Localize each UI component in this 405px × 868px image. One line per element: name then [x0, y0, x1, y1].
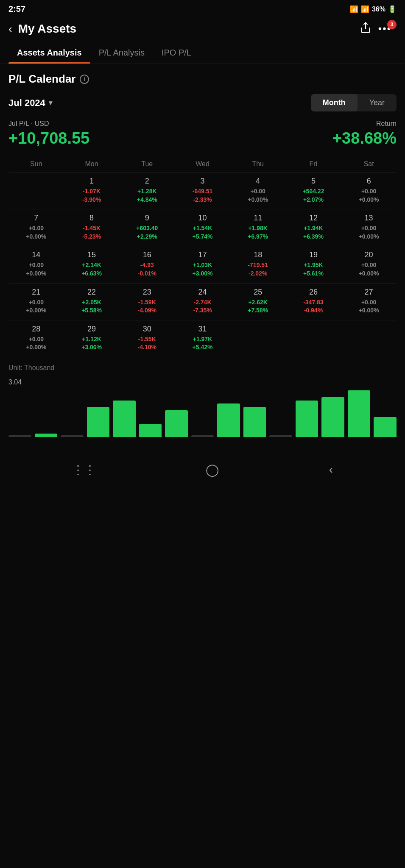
cal-date-number: ·: [35, 177, 37, 186]
cal-date-number: 1: [89, 177, 94, 186]
battery-level: 36%: [372, 6, 385, 13]
cal-date-number: 18: [254, 250, 262, 259]
cal-date-number: 21: [32, 288, 40, 297]
cal-pl-value: +1.95K+5.61%: [303, 261, 324, 278]
month-toggle[interactable]: Month: [311, 94, 358, 111]
cal-cell[interactable]: 12+1.94K+6.39%: [286, 209, 341, 246]
cal-cell[interactable]: 22+2.05K+5.58%: [64, 284, 120, 320]
bar-item: [35, 434, 58, 437]
cal-date-number: 19: [309, 250, 318, 259]
calendar-controls: Jul 2024 ▾ Month Year: [8, 94, 397, 111]
cal-cell[interactable]: 11+1.98K+6.97%: [230, 209, 286, 246]
cal-cell[interactable]: 24-2.74K-7.35%: [175, 284, 230, 320]
cal-cell[interactable]: 26-347.83-0.94%: [286, 284, 341, 320]
header-right: ••• 3: [360, 22, 397, 36]
cal-cell[interactable]: 31+1.97K+5.42%: [175, 320, 230, 357]
cal-cell[interactable]: 27+0.00+0.00%: [341, 284, 397, 320]
cal-date-number: 24: [198, 288, 207, 297]
cal-cell[interactable]: 25+2.62K+7.58%: [230, 284, 286, 320]
cal-cell[interactable]: 8-1.45K-5.23%: [64, 209, 120, 246]
cal-cell[interactable]: 15+2.14K+6.63%: [64, 246, 120, 283]
cal-pl-value: +2.62K+7.58%: [248, 298, 268, 315]
info-icon[interactable]: i: [80, 75, 89, 84]
nav-home-icon[interactable]: ◯: [206, 463, 219, 477]
bar-item: [87, 407, 110, 437]
cal-date-number: 26: [309, 288, 318, 297]
back-button[interactable]: ‹: [8, 22, 12, 36]
cal-cell[interactable]: 21+0.00+0.00%: [8, 284, 64, 320]
share-button[interactable]: [360, 22, 371, 36]
cal-date-number: 5: [311, 177, 316, 186]
cal-cell[interactable]: 16-4.93-0.01%: [119, 246, 175, 283]
header-sat: Sat: [341, 160, 397, 168]
tab-pl-analysis[interactable]: P/L Analysis: [90, 43, 153, 64]
cal-cell[interactable]: 28+0.00+0.00%: [8, 320, 64, 357]
cal-date-number: 20: [365, 250, 373, 259]
return-label: Return: [332, 120, 397, 128]
cal-cell[interactable]: 23-1.59K-4.09%: [119, 284, 175, 320]
cal-date-number: 27: [365, 288, 373, 297]
cal-cell[interactable]: 1-1.07K-3.90%: [64, 172, 120, 209]
bar-item: [139, 424, 162, 437]
cal-pl-value: +1.03K+3.00%: [193, 261, 213, 278]
header-wed: Wed: [175, 160, 230, 168]
cal-cell: ·: [8, 172, 64, 209]
bottom-nav: ⋮⋮ ◯ ‹: [0, 454, 405, 485]
cal-date-number: ·: [312, 325, 314, 334]
tab-ipo-pl[interactable]: IPO P/L: [153, 43, 200, 64]
cal-cell[interactable]: 3-649.51-2.33%: [175, 172, 230, 209]
cal-cell[interactable]: 6+0.00+0.00%: [341, 172, 397, 209]
cal-pl-value: +1.97K+5.42%: [193, 335, 213, 352]
cal-pl-value: +0.00+0.00%: [359, 261, 379, 278]
header-left: ‹ My Assets: [8, 22, 76, 36]
status-icons: 📶 📶 36% 🔋: [350, 5, 397, 13]
bar-item: [348, 390, 371, 437]
bar-chart: [8, 390, 397, 441]
cal-cell[interactable]: 14+0.00+0.00%: [8, 246, 64, 283]
header-tue: Tue: [119, 160, 175, 168]
cal-cell[interactable]: 5+564.22+2.07%: [286, 172, 341, 209]
nav-back-icon[interactable]: ‹: [329, 463, 333, 476]
tab-assets-analysis[interactable]: Assets Analysis: [8, 43, 90, 64]
cal-cell[interactable]: 17+1.03K+3.00%: [175, 246, 230, 283]
cal-cell[interactable]: 29+1.12K+3.06%: [64, 320, 120, 357]
status-bar: 2:57 📶 📶 36% 🔋: [0, 0, 405, 17]
cal-cell[interactable]: 30-1.55K-4.10%: [119, 320, 175, 357]
cal-date-number: 11: [254, 214, 262, 223]
cal-cell[interactable]: 9+603.40+2.29%: [119, 209, 175, 246]
cal-pl-value: +1.12K+3.06%: [81, 335, 102, 352]
status-time: 2:57: [8, 4, 25, 14]
cal-cell[interactable]: 2+1.28K+4.84%: [119, 172, 175, 209]
cal-date-number: 10: [198, 214, 207, 223]
cal-pl-value: -1.59K-4.09%: [138, 298, 156, 315]
bar-item: [374, 417, 397, 437]
cal-cell[interactable]: 13+0.00+0.00%: [341, 209, 397, 246]
calendar-grid: ·1-1.07K-3.90%2+1.28K+4.84%3-649.51-2.33…: [8, 172, 397, 357]
bar-item: [113, 401, 136, 437]
cal-pl-value: -1.55K-4.10%: [138, 335, 156, 352]
cal-cell[interactable]: 7+0.00+0.00%: [8, 209, 64, 246]
cal-cell[interactable]: 18-719.51-2.02%: [230, 246, 286, 283]
date-selector[interactable]: Jul 2024 ▾: [8, 97, 52, 108]
cal-pl-value: +2.14K+6.63%: [81, 261, 102, 278]
year-toggle[interactable]: Year: [358, 94, 397, 111]
cal-pl-value: +0.00+0.00%: [359, 298, 379, 315]
cal-date-number: 7: [34, 214, 38, 223]
cal-date-number: 31: [198, 325, 207, 334]
bar-empty: [269, 435, 292, 437]
bar-item: [243, 407, 266, 437]
cal-pl-value: -1.07K-3.90%: [82, 187, 101, 204]
notification-badge: 3: [387, 20, 397, 29]
cal-cell[interactable]: 20+0.00+0.00%: [341, 246, 397, 283]
cal-cell[interactable]: 19+1.95K+5.61%: [286, 246, 341, 283]
cal-pl-value: +0.00+0.00%: [26, 335, 46, 352]
return-value: +38.68%: [332, 129, 397, 147]
cal-cell[interactable]: 4+0.00+0.00%: [230, 172, 286, 209]
pl-calendar-title: P/L Calendar: [8, 72, 75, 86]
header-sun: Sun: [8, 160, 64, 168]
pl-calendar: Sun Mon Tue Wed Thu Fri Sat ·1-1.07K-3.9…: [8, 156, 397, 357]
nav-menu-icon[interactable]: ⋮⋮: [72, 463, 96, 477]
cal-cell[interactable]: 10+1.54K+5.74%: [175, 209, 230, 246]
cal-pl-value: -4.93-0.01%: [138, 261, 156, 278]
cal-pl-value: -649.51-2.33%: [193, 187, 212, 204]
